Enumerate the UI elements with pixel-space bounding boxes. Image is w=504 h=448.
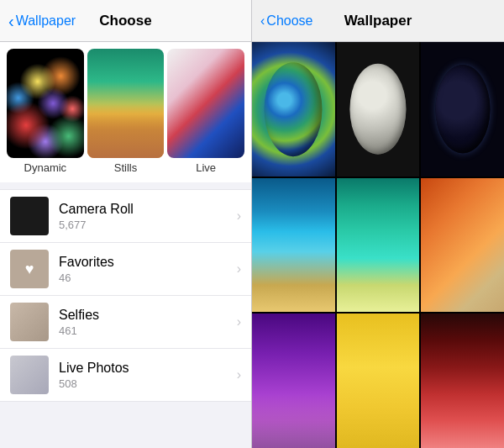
grid-cell-teal-wave[interactable] xyxy=(337,178,420,313)
wallpaper-previews-section: Dynamic Stills Live xyxy=(0,42,251,182)
live-thumb[interactable] xyxy=(167,49,244,158)
list-item-selfies[interactable]: Selfies 461 › xyxy=(0,296,251,349)
live-photos-count: 508 xyxy=(59,377,237,390)
camera-roll-chevron-icon: › xyxy=(237,208,241,224)
camera-roll-thumbnail xyxy=(10,197,49,235)
grid-cell-purple-flowers[interactable] xyxy=(252,314,335,448)
selfies-chevron-icon: › xyxy=(237,314,241,329)
right-back-label: Choose xyxy=(266,13,312,29)
list-item-camera-roll[interactable]: Camera Roll 5,677 › xyxy=(0,189,251,243)
photo-albums-list: Camera Roll 5,677 › ♥ Favorites 46 › Sel… xyxy=(0,182,251,448)
dynamic-label: Dynamic xyxy=(7,158,84,181)
live-photos-chevron-icon: › xyxy=(237,367,241,382)
right-panel: ‹ Choose Wallpaper xyxy=(252,0,504,448)
left-back-label: Wallpaper xyxy=(16,13,76,29)
selfies-count: 461 xyxy=(59,324,237,337)
selfies-name: Selfies xyxy=(59,308,237,323)
left-panel: ‹ Wallpaper Choose Dynamic Stills Live C… xyxy=(0,0,252,448)
grid-cell-wave[interactable] xyxy=(252,178,335,313)
list-item-live-photos[interactable]: Live Photos 508 › xyxy=(0,349,251,402)
camera-roll-info: Camera Roll 5,677 xyxy=(59,202,237,231)
favorites-name: Favorites xyxy=(59,255,237,270)
heart-icon: ♥ xyxy=(25,261,34,278)
grid-cell-orange-abstract[interactable] xyxy=(421,178,504,313)
favorites-chevron-icon: › xyxy=(237,261,241,277)
favorites-info: Favorites 46 xyxy=(59,255,237,284)
favorites-count: 46 xyxy=(59,271,237,284)
right-chevron-left-icon: ‹ xyxy=(260,13,265,29)
dynamic-thumb[interactable] xyxy=(7,49,84,158)
live-photos-info: Live Photos 508 xyxy=(59,361,237,390)
right-nav-bar: ‹ Choose Wallpaper xyxy=(252,0,504,42)
left-nav-bar: ‹ Wallpaper Choose xyxy=(0,0,251,42)
selfies-info: Selfies 461 xyxy=(59,308,237,337)
grid-cell-earth[interactable] xyxy=(252,42,335,177)
favorites-thumbnail: ♥ xyxy=(10,250,49,288)
grid-cell-moon[interactable] xyxy=(337,42,420,177)
wallpaper-previews xyxy=(0,42,251,158)
preview-labels: Dynamic Stills Live xyxy=(0,158,251,181)
grid-cell-red-flowers[interactable] xyxy=(421,314,504,448)
grid-cell-yellow[interactable] xyxy=(337,314,420,448)
left-nav-title: Choose xyxy=(99,13,151,29)
camera-roll-count: 5,677 xyxy=(59,219,237,231)
list-item-favorites[interactable]: ♥ Favorites 46 › xyxy=(0,243,251,296)
camera-roll-name: Camera Roll xyxy=(59,202,237,217)
live-label: Live xyxy=(167,158,244,181)
live-photos-name: Live Photos xyxy=(59,361,237,376)
stills-thumb[interactable] xyxy=(87,49,165,158)
right-back-button[interactable]: ‹ Choose xyxy=(260,13,312,29)
grid-cell-night-earth[interactable] xyxy=(421,42,504,177)
wallpaper-grid xyxy=(252,42,504,448)
chevron-left-icon: ‹ xyxy=(8,13,14,29)
live-photos-thumbnail xyxy=(10,356,49,394)
right-nav-title: Wallpaper xyxy=(344,13,412,29)
selfies-thumbnail xyxy=(10,303,49,341)
left-back-button[interactable]: ‹ Wallpaper xyxy=(8,13,76,29)
stills-label: Stills xyxy=(87,158,165,181)
